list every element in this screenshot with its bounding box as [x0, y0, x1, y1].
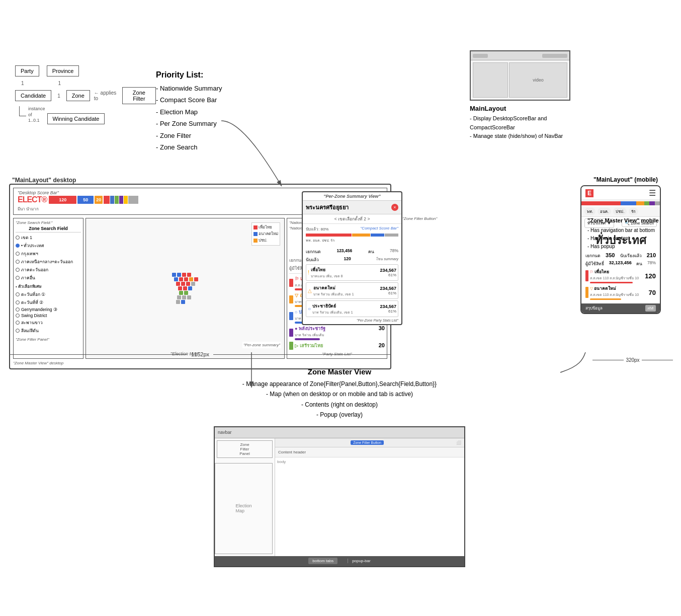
mob-nav-pills: พท. อนค. ปชป. รัก	[581, 206, 660, 217]
zone-item-s4: Swing District	[16, 313, 81, 318]
zmv-footer: bottom tabs popup-bar	[215, 556, 464, 566]
zone-panel: "Zone Search Field:" Zone Search Field เ…	[13, 218, 83, 359]
mob-bar-blue	[621, 201, 636, 205]
party4-score: 30	[379, 325, 385, 331]
map-dot	[183, 286, 187, 290]
map-dot	[179, 291, 183, 295]
mob-nav-rak[interactable]: รัก	[629, 208, 638, 215]
pz-party-item-2: △ อนาคตใหม่ บาท ริด่วน เพิ่มเติม, เขต 1 …	[306, 282, 398, 299]
score-block-multi	[104, 196, 138, 204]
radio-dot-2	[16, 244, 20, 248]
party-box: Party	[15, 65, 39, 76]
zmv-title: Zone Master View	[101, 367, 578, 376]
mob-hamburger-icon[interactable]: ☰	[649, 188, 656, 198]
winning-candidate-box: Winning Candidate	[47, 113, 105, 124]
map-row-5	[179, 291, 198, 295]
party5-score: 20	[379, 342, 385, 348]
map-dot	[172, 273, 176, 277]
mob-bar-others	[644, 201, 660, 205]
pz-close-button[interactable]: ×	[391, 204, 398, 211]
zmv-zone-filter-btn[interactable]: Zone Filter Button	[351, 440, 384, 445]
mob-nav-pt[interactable]: พท.	[584, 208, 595, 215]
score-bars: 120 50 20	[49, 196, 138, 204]
main-layout-wireframe: video	[470, 50, 570, 101]
pz-triangle-icon: △	[308, 288, 312, 293]
map-dot	[174, 277, 178, 281]
radio-dot-s6	[16, 329, 20, 333]
map-dot	[181, 300, 185, 304]
mob-nav-pcp[interactable]: ปชป.	[613, 208, 627, 215]
mob-summary-button[interactable]: สถิติ	[645, 305, 656, 312]
mobile-section-label: "MainLayout" (mobile)	[580, 176, 671, 183]
party-color-orange	[289, 295, 293, 303]
zmv-wf-body: ZoneFilterPanel ElectionMap Zone Filter …	[215, 438, 464, 556]
map-dot	[186, 282, 190, 286]
map-dot	[184, 291, 188, 295]
map-row-6	[177, 295, 198, 299]
pz-stat-row-1: เยกกนด 123,456 คน 78%	[306, 248, 398, 255]
pz-party-item-3: ○ ประชาธิปัตย์ บาท ริด่วน เพิ่มเติม, เขต…	[306, 300, 398, 317]
radio-dot-6	[16, 276, 20, 280]
zone-section-header: • ตัวเลือกพิเศษ	[16, 283, 81, 290]
zone-filter-btn-annotation: "Zone Filter Button"	[402, 216, 453, 221]
mob-logo: E	[585, 189, 593, 197]
zmv-popup-bar: popup-bar	[348, 559, 370, 563]
mob-bottom-bar: สรุปข้อมูล สถิติ	[581, 303, 660, 313]
mob-content: เยกกนด 350 นับเรียงแล้ว 210 ผู้มีใช้สิทธ…	[581, 250, 660, 303]
map-row-3	[176, 282, 198, 286]
ns-party-row-4: ● พลังประชารัฐ 30 บาท ริด่วน เพิ่มเติม	[289, 325, 385, 340]
map-row-4	[178, 286, 198, 290]
mob-nav-anc[interactable]: อนค.	[598, 208, 611, 215]
map-dot	[179, 277, 183, 281]
per-zone-section: "Per-Zone Summary View" พระนครศรีอยุธยา …	[302, 191, 402, 325]
map-dot	[178, 286, 182, 290]
pz-section-label: "Per-Zone Summary View"	[303, 192, 401, 201]
province-box: Province	[47, 65, 79, 76]
wf-top-bar-dot	[473, 54, 488, 58]
priority-item-3: Election Map	[156, 106, 267, 118]
mob-stat-total: เยกกนด 350 นับเรียงแล้ว 210	[585, 252, 656, 259]
zone-item-s6: สีลม/สีตัน	[16, 327, 81, 334]
map-dot	[189, 277, 193, 281]
priority-item-2: Compact Score Bar	[156, 94, 267, 106]
ns-party-row-5: ▷ เสรีรวมไทย 20	[289, 342, 385, 350]
map-dot	[187, 273, 191, 277]
map-dots-container	[168, 269, 202, 308]
candidate-box: Candidate	[15, 90, 51, 101]
mob-stat-votes: ผู้มีใช้สิทธิ์ 32,123,456 คน 78%	[585, 260, 656, 267]
pz-header: พระนครศรีอยุธยา ×	[303, 201, 401, 214]
sb-sm-yellow	[124, 196, 128, 204]
zone-item-1: เขต 1	[16, 234, 81, 241]
party4-detail: บาท ริด่วน เพิ่มเติม	[295, 332, 385, 338]
sb-sm-purple	[119, 196, 123, 204]
zone-panel-label: "Zone Search Field:"	[16, 220, 81, 225]
zone-box: Zone	[66, 90, 90, 101]
map-dot	[187, 295, 191, 299]
zmv-wf-header: navbar	[215, 427, 464, 438]
pz-party-item-1: ! เพื่อไทย บาทแดน เพิ่ม, เขต 8 234,567 6…	[306, 264, 398, 281]
priority-list: Priority List: Nationwide Summary Compac…	[156, 70, 267, 153]
zmv-tab-bottom[interactable]: bottom tabs	[308, 558, 337, 564]
wf-content-area: video	[471, 60, 569, 100]
wf-top-bar	[471, 51, 569, 60]
per-zone-summary-label: "Per-zone summary"	[242, 342, 281, 348]
data-model: Party Province 1 1 Candidate 1 Zone ← ap…	[15, 65, 156, 124]
zone-item-s5: สะพานขาว	[16, 319, 81, 326]
pz-title: พระนครศรีอยุธยา	[306, 203, 349, 212]
pz-bar-orange	[352, 234, 370, 237]
map-row-2	[174, 277, 198, 281]
party5-name-label: ▷ เสรีรวมไทย	[295, 342, 323, 349]
zone-filter-panel-label: "Zone Filter Panel"	[16, 337, 81, 342]
zone-item-4: ภาคเหนือ+กลาง+ตะวันออก	[16, 258, 81, 265]
pz-bar-red	[306, 234, 352, 237]
zone-item-s2: ตะวันที่ที่ ②	[16, 299, 81, 306]
radio-dot-5	[16, 268, 20, 272]
zmv-map-box: ElectionMap	[215, 463, 273, 554]
mob-bar-red	[581, 201, 621, 205]
map-row-1	[172, 273, 198, 277]
pz-nav: < เขตเลือกตั้งที่ 2 >	[303, 214, 401, 224]
pz-party-stats-list-label: "Per-Zone Party Stats List"	[306, 319, 398, 322]
map-dot	[194, 277, 198, 281]
score-block-orange: 20	[95, 196, 103, 204]
party4-name-label: ● พลังประชารัฐ	[295, 325, 325, 332]
